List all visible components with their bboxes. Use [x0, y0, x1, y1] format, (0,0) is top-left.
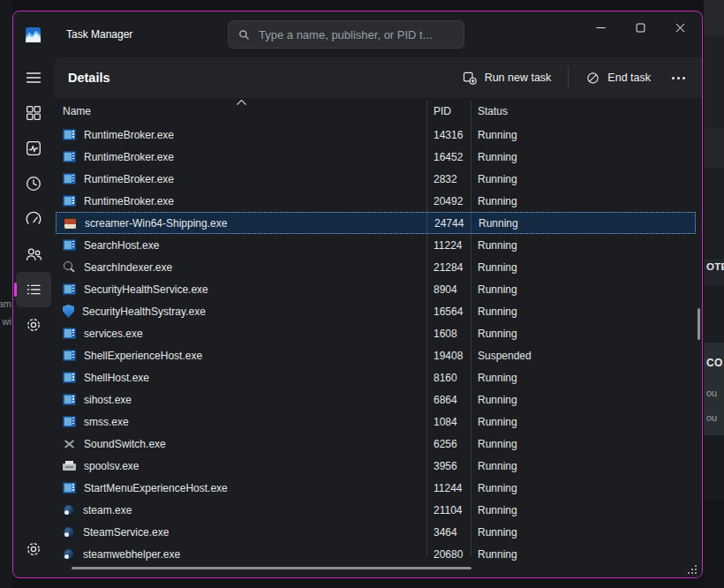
process-status: Running — [471, 305, 696, 318]
sidebar-item-services[interactable] — [16, 307, 51, 343]
window-body: Details Run new task — [13, 57, 702, 577]
services-icon — [25, 316, 42, 334]
column-header-pid[interactable]: PID — [426, 98, 471, 124]
sidebar — [13, 57, 54, 577]
indexer-icon — [63, 261, 76, 273]
process-name: RuntimeBroker.exe — [84, 173, 174, 185]
more-ellipsis-icon — [672, 77, 675, 79]
background-text-fragment: CO — [706, 357, 723, 369]
process-pid: 11244 — [426, 482, 471, 494]
history-icon — [25, 175, 42, 192]
app-icon — [63, 283, 76, 295]
table-row[interactable]: spoolsv.exe 3956 Running — [56, 455, 696, 477]
process-status: Running — [471, 129, 696, 141]
hamburger-icon — [25, 69, 42, 87]
app-icon — [63, 394, 76, 405]
table-row[interactable]: SecurityHealthService.exe 8904 Running — [56, 278, 696, 300]
process-status: Running — [471, 438, 696, 450]
process-name: SearchHost.exe — [84, 239, 159, 252]
process-pid: 6256 — [426, 438, 471, 450]
background-text-fragment: OTE — [706, 261, 724, 272]
close-icon — [673, 20, 688, 35]
process-pid: 3956 — [426, 460, 471, 472]
table-row[interactable]: steamwebhelper.exe 20680 Running — [56, 543, 696, 565]
run-new-task-button[interactable]: Run new task — [453, 64, 561, 92]
vertical-scrollbar[interactable] — [698, 308, 700, 340]
table-row[interactable]: RuntimeBroker.exe 20492 Running — [56, 190, 696, 212]
app-icon — [63, 173, 76, 185]
sidebar-item-users[interactable] — [16, 237, 51, 272]
process-name: SearchIndexer.exe — [84, 261, 172, 274]
app-icon — [63, 416, 76, 427]
table-row[interactable]: RuntimeBroker.exe 2832 Running — [56, 168, 696, 190]
minimize-icon — [593, 20, 608, 35]
process-status: Suspended — [471, 350, 696, 362]
search-box[interactable] — [228, 20, 464, 49]
process-name: RuntimeBroker.exe — [84, 151, 174, 163]
page-title: Details — [68, 71, 110, 85]
table-row[interactable]: SoundSwitch.exe 6256 Running — [56, 433, 696, 455]
resize-grip[interactable] — [688, 564, 698, 574]
app-icon — [63, 482, 76, 494]
settings-gear-icon — [25, 540, 42, 558]
process-name: sihost.exe — [84, 394, 132, 406]
process-status: Running — [471, 460, 696, 472]
process-status: Running — [471, 548, 696, 561]
task-manager-logo — [26, 27, 41, 42]
sidebar-item-startup-apps[interactable] — [16, 201, 51, 237]
details-icon — [25, 281, 42, 298]
table-row[interactable]: SearchHost.exe 11224 Running — [56, 234, 696, 256]
table-row[interactable]: SearchIndexer.exe 21284 Running — [56, 256, 696, 278]
background-text-fragment: ou — [706, 412, 717, 423]
table-row[interactable]: ShellHost.exe 8160 Running — [56, 366, 696, 388]
process-pid: 1608 — [426, 328, 471, 340]
sound-icon — [63, 438, 76, 449]
process-name: SteamService.exe — [83, 526, 169, 539]
close-button[interactable] — [660, 11, 700, 43]
process-status: Running — [471, 195, 696, 207]
table-row[interactable]: sihost.exe 6864 Running — [56, 388, 696, 411]
table-row[interactable]: StartMenuExperienceHost.exe 11244 Runnin… — [56, 477, 696, 499]
shield-icon — [63, 305, 74, 318]
table-body: RuntimeBroker.exe 14316 Running RuntimeB… — [56, 124, 696, 565]
sidebar-item-settings[interactable] — [16, 531, 51, 567]
column-header-name[interactable]: Name — [56, 98, 426, 124]
process-pid: 21284 — [426, 261, 471, 274]
table-row[interactable]: steam.exe 21104 Running — [56, 499, 696, 521]
table-row[interactable]: RuntimeBroker.exe 14316 Running — [56, 124, 696, 146]
table-row[interactable]: services.exe 1608 Running — [56, 322, 696, 344]
sidebar-item-performance[interactable] — [16, 131, 51, 166]
search-icon — [238, 28, 251, 41]
sidebar-item-details[interactable] — [16, 272, 51, 307]
steam-icon — [63, 504, 75, 516]
navigation-menu-button[interactable] — [16, 64, 51, 91]
window-title: Task Manager — [66, 28, 132, 41]
table-row[interactable]: RuntimeBroker.exe 16452 Running — [56, 146, 696, 168]
toolbar-divider — [568, 66, 569, 89]
table-row[interactable]: ShellExperienceHost.exe 19408 Suspended — [56, 344, 696, 366]
sidebar-item-app-history[interactable] — [16, 166, 51, 201]
app-icon — [63, 350, 76, 361]
table-row[interactable]: SteamService.exe 3464 Running — [56, 521, 696, 543]
table-row[interactable]: smss.exe 1084 Running — [56, 411, 696, 433]
background-text-fragment: ou — [706, 388, 717, 398]
process-status: Running — [471, 504, 696, 516]
process-pid: 14316 — [426, 129, 471, 141]
more-options-button[interactable] — [663, 64, 693, 91]
horizontal-scrollbar[interactable] — [72, 567, 471, 569]
table-row[interactable]: screamer-Win64-Shipping.exe 24744 Runnin… — [56, 212, 696, 234]
new-task-icon — [462, 70, 478, 86]
process-pid: 8904 — [426, 283, 471, 296]
minimize-button[interactable] — [581, 11, 621, 43]
column-header-status[interactable]: Status — [471, 98, 696, 124]
process-status: Running — [471, 217, 695, 230]
process-pid: 8160 — [426, 372, 471, 384]
maximize-button[interactable] — [621, 11, 660, 43]
process-pid: 6864 — [426, 394, 471, 406]
table-row[interactable]: SecurityHealthSystray.exe 16564 Running — [56, 300, 696, 322]
sidebar-item-processes[interactable] — [16, 95, 51, 131]
search-input[interactable] — [259, 28, 455, 41]
end-task-button[interactable]: End task — [577, 64, 660, 92]
steam-icon — [63, 526, 75, 539]
process-pid: 24744 — [427, 217, 471, 230]
